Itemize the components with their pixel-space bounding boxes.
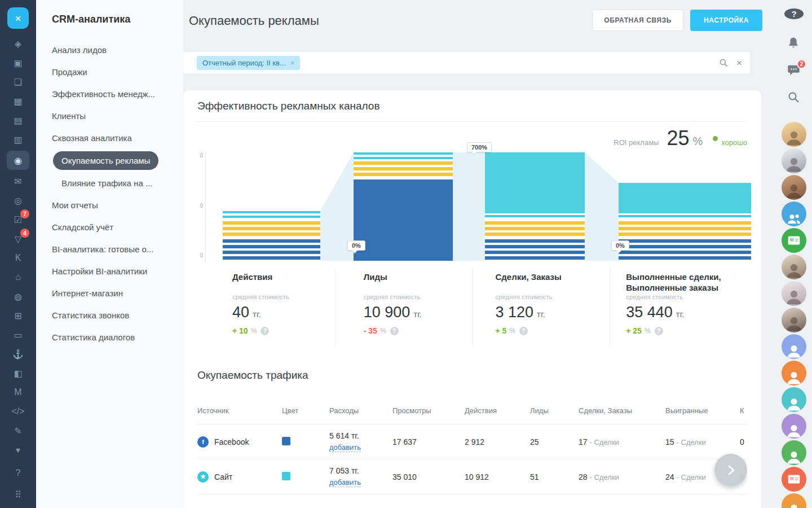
user-avatar-photo[interactable]: [782, 148, 806, 173]
close-menu-button[interactable]: ×: [7, 7, 29, 29]
sidebar-item[interactable]: Сквозная аналитика: [52, 127, 178, 149]
company-icon[interactable]: ⌂: [8, 269, 28, 285]
sidebar-item[interactable]: Статистика звонков: [52, 304, 178, 326]
metric-cell: Выполненные сделки, Выполненные заказыср…: [610, 268, 747, 347]
sidebar-item[interactable]: Интернет-магазин: [52, 282, 178, 304]
conversion-callout: 700%: [467, 142, 492, 152]
add-expense-link[interactable]: добавить: [329, 478, 361, 487]
user-avatar-icon[interactable]: [782, 440, 806, 465]
table-header: ИсточникЦветРасходыПросмотрыДействияЛиды…: [197, 395, 747, 424]
market-icon[interactable]: M: [8, 384, 28, 400]
edit-icon[interactable]: ✎: [8, 423, 28, 439]
groups-icon[interactable]: ◎: [8, 192, 28, 208]
help-button[interactable]: ?: [784, 8, 804, 19]
funnel-segment: [619, 221, 751, 237]
sidebar-item[interactable]: Анализ лидов: [52, 39, 178, 61]
source-cell[interactable]: ★Сайт: [197, 465, 282, 489]
sidebar-item[interactable]: Эффективность менедж...: [52, 83, 178, 105]
source-cell[interactable]: fFacebook: [197, 430, 282, 454]
anchor-app-glyph: ⚓: [12, 349, 24, 360]
shop-glyph: ⊞: [14, 310, 21, 321]
app-k-icon[interactable]: K: [8, 250, 28, 266]
sidebar-item[interactable]: Мои отчеты: [52, 194, 178, 216]
help-icon[interactable]: ?: [390, 327, 399, 335]
user-avatar-icon[interactable]: [782, 467, 806, 492]
sales-funnel-icon[interactable]: ▽4: [8, 231, 28, 247]
warehouse-icon[interactable]: ◧: [8, 365, 28, 381]
user-avatar-photo[interactable]: [782, 281, 806, 306]
filter-chip[interactable]: Отчетный период: II кв... ×: [197, 56, 300, 70]
documents-icon[interactable]: ▤: [8, 112, 28, 128]
sidebar-item[interactable]: Статистика диалогов: [52, 326, 178, 348]
sidebar-item[interactable]: Окупаемость рекламы: [53, 151, 158, 170]
next-page-button[interactable]: [714, 454, 747, 487]
drive-icon[interactable]: ▥: [8, 132, 28, 147]
sidebar-item[interactable]: Складской учёт: [52, 216, 178, 238]
rail-bottom-icons: ?⠿: [8, 461, 28, 508]
contact-center-icon[interactable]: ▭: [8, 327, 28, 343]
delta-value: + 25: [626, 326, 642, 335]
clear-filter-icon[interactable]: ×: [736, 58, 742, 68]
tasks-projects-icon[interactable]: ☑7: [8, 212, 28, 227]
apps-icon[interactable]: ⠿: [8, 487, 28, 502]
funnel-column: [485, 142, 585, 263]
sidebar-item[interactable]: Клиенты: [52, 105, 178, 127]
user-avatar-photo[interactable]: [782, 255, 806, 279]
funnel-segment: [354, 152, 453, 160]
crm-icon[interactable]: ◉: [7, 151, 29, 170]
views-cell: 17 637: [392, 431, 465, 453]
user-avatar-icon[interactable]: [782, 493, 806, 508]
user-avatar-icon[interactable]: [782, 334, 806, 359]
help-icon[interactable]: ?: [519, 327, 528, 335]
filter-bar[interactable]: Отчетный период: II кв... × ×: [183, 52, 750, 73]
feed-icon[interactable]: ◈: [8, 36, 28, 51]
user-avatar-icon[interactable]: [782, 414, 806, 439]
shop-icon[interactable]: ⊞: [8, 308, 28, 323]
notifications-bell-icon[interactable]: [787, 36, 801, 51]
funnel-segment: [354, 179, 453, 261]
user-avatar-icon[interactable]: [782, 228, 806, 253]
user-avatar-icon[interactable]: [782, 361, 806, 386]
user-avatar-photo[interactable]: [782, 175, 806, 200]
y-axis-line: [205, 151, 206, 262]
feedback-button[interactable]: ОБРАТНАЯ СВЯЗЬ: [592, 10, 683, 31]
company-glyph: ⌂: [15, 272, 21, 282]
search-icon[interactable]: [718, 58, 729, 68]
crm-marketing-icon[interactable]: ◍: [8, 288, 28, 304]
search-icon[interactable]: [787, 90, 801, 105]
user-avatar-photo[interactable]: [782, 308, 806, 332]
filter-chip-label: Отчетный период: II кв...: [202, 59, 286, 67]
sidebar-item[interactable]: Настройки BI-аналитики: [52, 260, 178, 282]
chip-remove-icon[interactable]: ×: [290, 59, 295, 67]
help-icon[interactable]: ?: [655, 327, 663, 335]
user-avatar-icon[interactable]: [782, 202, 806, 226]
add-expense-link[interactable]: добавить: [329, 443, 361, 452]
user-avatar-icon[interactable]: [782, 387, 806, 412]
metric-value: 35 440тг.: [626, 304, 742, 321]
developer-icon[interactable]: </>: [8, 404, 28, 419]
metric-cell: Действиясредняя стоимость40тг.+ 10%?: [197, 268, 335, 347]
sidebar: CRM-аналитика Анализ лидовПродажиЭффекти…: [36, 0, 183, 508]
metric-delta: + 5%?: [496, 326, 604, 335]
more-icon[interactable]: ▾: [8, 442, 28, 458]
mail-icon[interactable]: ✉: [8, 173, 28, 189]
settings-button[interactable]: НАСТРОЙКА: [690, 10, 762, 31]
funnel-segment: [223, 239, 320, 261]
metric-amount: 35 440: [626, 304, 673, 321]
funnel-connector: [453, 152, 485, 261]
deals-value: 28: [579, 472, 588, 481]
messenger-icon[interactable]: ❏: [8, 74, 28, 90]
delta-value: - 35: [364, 326, 377, 335]
table-row: fFacebook5 614 тг.добавить17 6372 912251…: [197, 424, 747, 459]
help-icon[interactable]: ?: [8, 465, 28, 481]
anchor-app-icon[interactable]: ⚓: [8, 346, 28, 362]
sidebar-item[interactable]: BI-аналитика: готовые о...: [52, 238, 178, 260]
sidebar-item[interactable]: Влияние трафика на ...: [52, 172, 178, 194]
tasks-icon[interactable]: ▣: [8, 55, 28, 71]
metric-subtitle: средняя стоимость: [626, 294, 742, 300]
help-icon[interactable]: ?: [261, 327, 269, 335]
user-avatar-photo[interactable]: [782, 122, 806, 147]
calendar-icon[interactable]: ▦: [8, 93, 28, 109]
chat-icon[interactable]: 2: [787, 63, 801, 78]
sidebar-item[interactable]: Продажи: [52, 61, 178, 83]
